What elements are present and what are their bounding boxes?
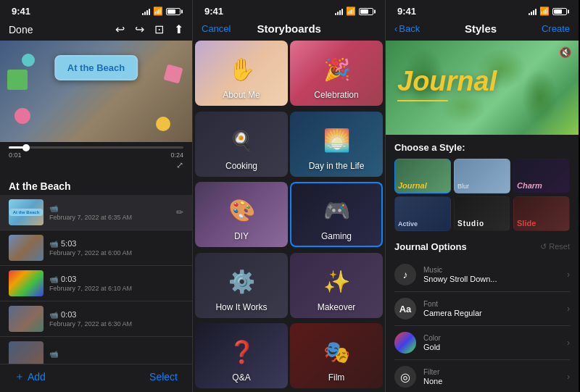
- status-bar-1: 9:41 📶: [0, 0, 192, 20]
- clip-thumbnail: [9, 270, 44, 296]
- clip-storyboard-mini: At the Beach: [9, 209, 44, 216]
- done-button[interactable]: Done: [9, 24, 33, 36]
- clip-duration: 5:03: [61, 239, 76, 248]
- video-camera-icon: 📹: [49, 204, 58, 212]
- timeline-bar[interactable]: [9, 146, 183, 149]
- deco-circle-teal: [22, 54, 35, 67]
- clip-info: 📹 0:03 February 7, 2022 at 6:30 AM: [49, 310, 183, 328]
- clip-list-title: At the Beach: [0, 175, 192, 195]
- clip-thumbnail: [9, 341, 44, 364]
- crop-icon[interactable]: ⊡: [154, 22, 164, 36]
- option-row-font[interactable]: Aa Font Camera Regular ›: [394, 292, 570, 326]
- panel2-title: Storyboards: [257, 22, 321, 35]
- journal-underline: [397, 100, 448, 101]
- clip-thumbnail: At the Beach: [9, 199, 44, 225]
- clip-meta: 📹: [49, 350, 183, 358]
- chevron-right-icon: ›: [567, 270, 570, 280]
- how-it-works-label: How It Works: [215, 302, 267, 312]
- mute-icon[interactable]: 🔇: [559, 46, 571, 58]
- style-preview: Journal 🔇: [386, 41, 579, 135]
- deco-circle-yellow: [156, 117, 170, 131]
- panel2-header: Cancel Storyboards: [193, 20, 385, 41]
- storyboard-item-cooking[interactable]: 🍳 Cooking: [195, 112, 288, 177]
- storyboard-item-about-me[interactable]: ✋ About Me: [195, 41, 288, 106]
- storyboard-item-celebration[interactable]: 🎉 Celebration: [290, 41, 383, 106]
- style-label-studio: Studio: [457, 220, 484, 228]
- share-icon[interactable]: ⬆: [174, 22, 183, 36]
- cancel-button[interactable]: Cancel: [202, 23, 231, 34]
- style-thumb-studio[interactable]: Studio: [454, 196, 510, 231]
- clip-thumbnail: [9, 235, 44, 261]
- clip-item[interactable]: 📹 0:03 February 7, 2022 at 6:30 AM: [0, 301, 192, 337]
- panel-storyboards: 9:41 📶 Cancel Storyboards ✋ About Me 🎉: [193, 0, 386, 392]
- back-label: Back: [399, 23, 420, 34]
- video-camera-icon: 📹: [49, 350, 58, 358]
- storyboard-item-qa[interactable]: ❓ Q&A: [195, 323, 288, 388]
- storyboard-grid: ✋ About Me 🎉 Celebration 🍳 Cooking 🌅 Day…: [193, 41, 385, 392]
- cooking-icon: 🍳: [230, 129, 253, 151]
- reset-button[interactable]: ↺ Reset: [540, 242, 570, 251]
- clip-meta: 📹 5:03: [49, 239, 183, 248]
- style-thumb-slide[interactable]: Slide: [513, 196, 570, 231]
- makeover-label: Makeover: [318, 302, 356, 312]
- video-camera-icon: 📹: [49, 275, 58, 283]
- clip-info: 📹 0:03 February 7, 2022 at 6:10 AM: [49, 275, 183, 292]
- option-row-color[interactable]: Color Gold ›: [394, 326, 570, 360]
- style-label-slide: Slide: [517, 219, 536, 228]
- option-row-music[interactable]: ♪ Music Snowy Stroll Down... ›: [394, 258, 570, 292]
- storyboard-item-makeover[interactable]: ✨ Makeover: [290, 253, 383, 318]
- storyboard-card-overlay: At the Beach: [54, 55, 138, 80]
- clip-date: February 7, 2022 at 6:00 AM: [49, 249, 183, 257]
- storyboard-item-day-in-life[interactable]: 🌅 Day in the Life: [290, 112, 383, 177]
- clip-item[interactable]: 📹 0:03 February 7, 2022 at 6:10 AM: [0, 266, 192, 301]
- storyboard-item-gaming[interactable]: 🎮 Gaming: [290, 182, 383, 247]
- filter-option-value: None: [423, 377, 560, 385]
- how-it-works-icon: ⚙️: [228, 269, 255, 294]
- qa-label: Q&A: [232, 372, 250, 383]
- music-option-value: Snowy Stroll Down...: [423, 275, 560, 283]
- diy-label: DIY: [234, 231, 249, 241]
- clip-info: 📹 February 7, 2022 at 6:35 AM: [49, 204, 170, 221]
- status-time-1: 9:41: [12, 6, 30, 17]
- video-camera-icon: 📹: [49, 240, 58, 248]
- style-thumb-active[interactable]: Active: [394, 196, 451, 231]
- wifi-icon-3: 📶: [539, 7, 550, 16]
- option-row-filter[interactable]: ◎ Filter None ›: [394, 360, 570, 392]
- color-icon: [394, 332, 416, 354]
- storyboard-item-film[interactable]: 🎭 Film: [290, 323, 383, 388]
- style-thumb-journal[interactable]: Journal: [394, 159, 451, 193]
- select-button[interactable]: Select: [149, 371, 178, 383]
- style-thumb-charm[interactable]: Charm: [513, 159, 570, 193]
- storyboard-item-how-it-works[interactable]: ⚙️ How It Works: [195, 253, 288, 318]
- status-icons-2: 📶: [335, 7, 373, 16]
- clip-item[interactable]: 📹: [0, 337, 192, 364]
- status-bar-2: 9:41 📶: [193, 0, 385, 20]
- style-thumb-blur[interactable]: Blur: [454, 159, 510, 193]
- style-label-charm: Charm: [517, 181, 542, 190]
- clip-item[interactable]: At the Beach 📹 February 7, 2022 at 6:35 …: [0, 195, 192, 230]
- status-time-2: 9:41: [204, 6, 223, 17]
- signal-icon-1: [142, 8, 150, 15]
- filter-option-title: Filter: [423, 368, 560, 376]
- add-button[interactable]: ＋ Add: [14, 370, 46, 383]
- expand-icon[interactable]: ⤢: [9, 160, 183, 170]
- chevron-left-icon: ‹: [394, 23, 397, 34]
- celebration-icon: 🎉: [323, 57, 350, 82]
- toolbar-icons: ↩ ↪ ⊡ ⬆: [115, 22, 183, 36]
- battery-icon-3: [552, 8, 567, 15]
- music-icon: ♪: [394, 264, 416, 285]
- wifi-icon-1: 📶: [153, 7, 163, 16]
- style-label-journal: Journal: [398, 181, 427, 190]
- create-button[interactable]: Create: [542, 23, 570, 34]
- about-me-label: About Me: [223, 90, 260, 100]
- clip-item[interactable]: 📹 5:03 February 7, 2022 at 6:00 AM: [0, 230, 192, 266]
- video-preview: At the Beach: [0, 41, 192, 142]
- video-camera-icon: 📹: [49, 311, 58, 319]
- choose-style-label: Choose a Style:: [394, 142, 570, 153]
- back-button[interactable]: ‹ Back: [394, 23, 420, 34]
- undo-icon[interactable]: ↩: [115, 22, 125, 36]
- clip-edit-icon[interactable]: ✏: [176, 207, 183, 217]
- redo-icon[interactable]: ↪: [135, 22, 144, 36]
- storyboard-item-diy[interactable]: 🎨 DIY: [195, 182, 288, 247]
- chevron-right-icon: ›: [567, 372, 570, 382]
